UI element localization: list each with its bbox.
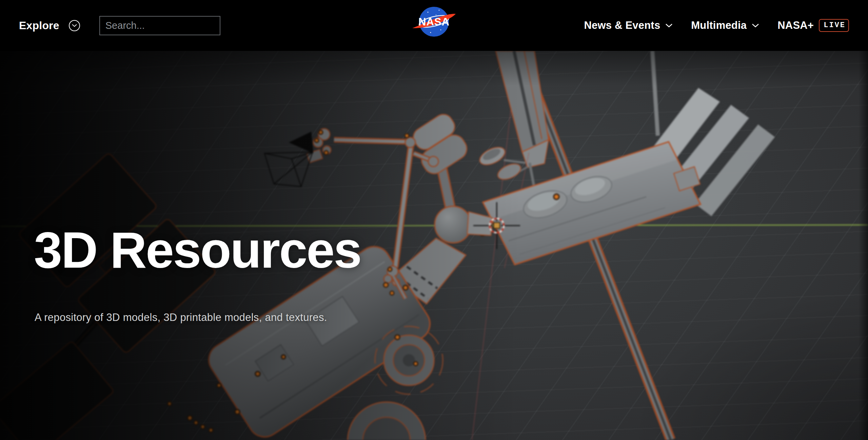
page-subtitle: A repository of 3D models, 3D printable … — [35, 311, 327, 324]
chevron-down-icon — [665, 23, 673, 27]
site-header: Explore NASA News & Events — [0, 0, 868, 51]
explore-button[interactable]: Explore — [19, 19, 80, 32]
news-events-label: News & Events — [584, 19, 660, 32]
nasa-logo-text: NASA — [418, 16, 450, 28]
nasa-3d-resources-page: Explore NASA News & Events — [0, 0, 868, 440]
nav-item-multimedia[interactable]: Multimedia — [691, 19, 759, 32]
page-title: 3D Resources — [34, 225, 361, 275]
nasa-meatball-icon: NASA — [407, 5, 461, 39]
nav-item-nasa-plus[interactable]: NASA+ LIVE — [777, 19, 849, 32]
multimedia-label: Multimedia — [691, 19, 747, 32]
chevron-down-circle-icon — [69, 20, 80, 31]
hero-section: 3D Resources A repository of 3D models, … — [0, 51, 868, 440]
explore-label: Explore — [19, 19, 59, 32]
chevron-down-icon — [752, 23, 759, 27]
nav-item-news-events[interactable]: News & Events — [584, 19, 673, 32]
search-input[interactable] — [99, 16, 220, 35]
live-badge: LIVE — [819, 19, 849, 32]
nasa-plus-label: NASA+ — [777, 19, 814, 32]
primary-nav: News & Events Multimedia NASA+ LIVE — [584, 19, 849, 32]
nasa-logo[interactable]: NASA — [407, 5, 461, 40]
